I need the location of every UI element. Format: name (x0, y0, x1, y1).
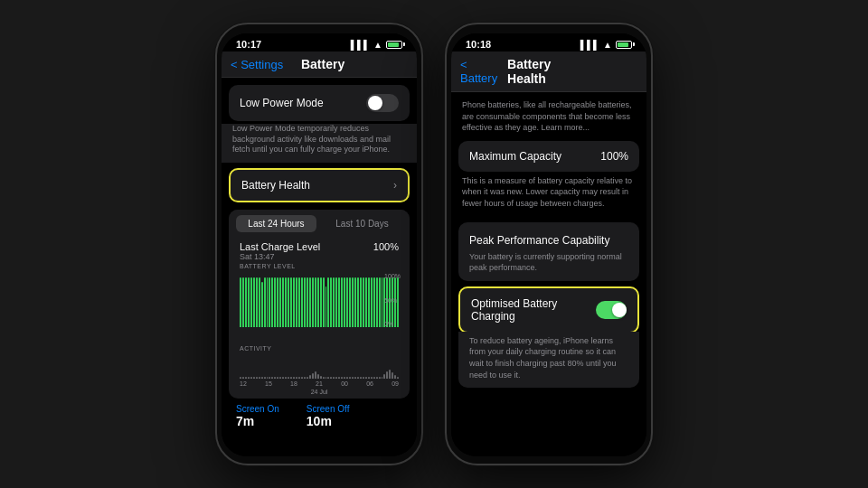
peak-perf-row: Peak Performance Capability Your battery… (458, 222, 639, 281)
activity-bar (360, 377, 362, 379)
nav-title-2: Battery Health (507, 57, 592, 86)
battery-bar (327, 277, 329, 327)
back-button-1[interactable]: < Settings (231, 58, 283, 71)
opt-charging-desc: To reduce battery ageing, iPhone learns … (469, 335, 628, 380)
battery-bar (277, 277, 278, 327)
battery-bar (320, 277, 322, 327)
activity-bar (261, 377, 263, 379)
opt-charging-label: Optimised Battery Charging (471, 297, 596, 323)
battery-icon-1 (386, 41, 402, 49)
activity-bar (379, 377, 381, 379)
battery-bar (326, 286, 327, 327)
activity-bar (264, 377, 266, 379)
time-1: 10:17 (236, 39, 261, 50)
chart-section: Last 24 Hours Last 10 Days Last Charge L… (229, 210, 410, 399)
activity-bar (341, 377, 343, 379)
battery-icon-2 (616, 41, 632, 49)
activity-bar (392, 372, 393, 379)
activity-bar (323, 377, 325, 379)
opt-charging-block: To reduce battery ageing, iPhone learns … (458, 332, 639, 388)
battery-bar (338, 277, 340, 327)
battery-bar (312, 277, 314, 327)
activity-bar (346, 377, 348, 379)
toggle-knob (368, 96, 382, 110)
tab-24h[interactable]: Last 24 Hours (236, 215, 316, 232)
battery-bar (271, 277, 273, 327)
activity-bar (338, 377, 340, 379)
low-power-block: Low Power Mode (229, 85, 410, 121)
x-labels: 12 15 18 21 00 06 09 (229, 379, 410, 389)
signal-icon-2: ▌▌▌ (580, 40, 599, 50)
activity-bar (320, 376, 322, 379)
activity-bar (279, 377, 281, 379)
battery-bar (293, 277, 295, 327)
max-capacity-row: Maximum Capacity 100% (458, 141, 639, 172)
activity-bar (317, 374, 319, 379)
activity-bar (293, 377, 295, 379)
activity-bar (242, 377, 244, 379)
battery-bar (240, 277, 241, 327)
activity-bar (307, 377, 308, 379)
activity-bar (389, 370, 391, 379)
activity-bar (344, 377, 345, 379)
battery-bar (256, 277, 258, 327)
battery-bar (250, 277, 252, 327)
x-sub-label: 24 Jul (229, 389, 410, 399)
battery-bar (373, 277, 375, 327)
activity-bar (394, 375, 396, 379)
max-capacity-desc: This is a measure of battery capacity re… (451, 172, 646, 217)
low-power-row: Low Power Mode (229, 85, 410, 121)
screen-content-2: Phone batteries, like all rechargeable b… (451, 92, 646, 456)
activity-bar (285, 377, 287, 379)
low-power-toggle[interactable] (366, 94, 399, 112)
screen-off-label: Screen Off (307, 404, 350, 414)
peak-perf-label: Peak Performance Capability (469, 234, 609, 247)
battery-bar (330, 277, 332, 327)
battery-chart-area: 100% 50% 0% (229, 269, 410, 342)
charge-level-label: Last Charge Level (240, 241, 320, 252)
activity-bar (386, 371, 388, 379)
activity-bar (363, 377, 364, 379)
screen-stats: Screen On 7m Screen Off 10m (222, 399, 417, 434)
battery-bar (360, 277, 362, 327)
battery-bar (288, 277, 289, 327)
nav-bar-2: < Battery Battery Health (451, 52, 646, 92)
battery-bar (301, 277, 303, 327)
battery-bar (335, 277, 337, 327)
activity-bar (397, 377, 399, 379)
activity-bar (296, 377, 297, 379)
battery-health-row[interactable]: Battery Health › (229, 168, 410, 202)
opt-charging-toggle[interactable] (596, 301, 627, 319)
activity-bar (371, 377, 373, 379)
battery-bar (357, 277, 359, 327)
tab-10d[interactable]: Last 10 Days (322, 215, 402, 232)
activity-bar (240, 377, 241, 379)
battery-bar (307, 277, 308, 327)
battery-bar (365, 277, 367, 327)
activity-bar (256, 377, 258, 379)
opt-toggle-knob (612, 303, 627, 317)
battery-bar (352, 277, 354, 327)
activity-bar (335, 377, 337, 379)
screen-off-value: 10m (307, 414, 350, 428)
opt-charging-row: Optimised Battery Charging (458, 286, 639, 333)
battery-bar (309, 277, 311, 327)
back-button-2[interactable]: < Battery (460, 58, 507, 85)
activity-bar (368, 377, 370, 379)
activity-bar (248, 377, 250, 379)
activity-bar (312, 373, 314, 379)
battery-bar (368, 277, 370, 327)
battery-bar (267, 277, 269, 327)
activity-bar (315, 371, 316, 379)
battery-bar (344, 277, 345, 327)
battery-bar (269, 277, 270, 327)
battery-bar (282, 277, 284, 327)
activity-bar (290, 377, 292, 379)
screen-off-stat: Screen Off 10m (307, 404, 350, 428)
activity-bar (357, 377, 359, 379)
charge-date: Sat 13:47 (229, 252, 410, 261)
activity-bar (298, 377, 300, 379)
battery-bar (296, 277, 297, 327)
battery-bar (349, 277, 351, 327)
battery-bar (242, 277, 244, 327)
